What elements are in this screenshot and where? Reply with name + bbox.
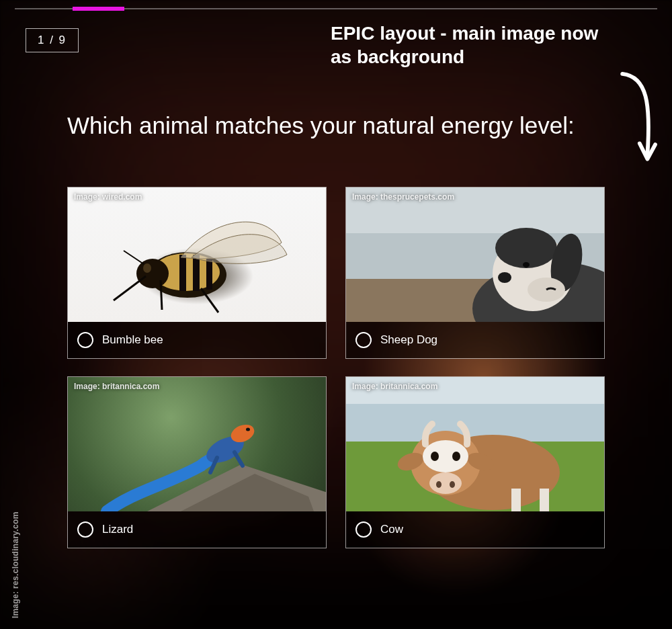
- svg-point-24: [450, 481, 455, 488]
- option-bumble-bee[interactable]: Image: wired.com Bumble bee: [67, 187, 327, 359]
- image-credit: Image: britannica.com: [352, 382, 437, 391]
- option-image: Image: thesprucepets.com: [346, 187, 604, 322]
- image-credit: Image: wired.com: [74, 192, 142, 202]
- progress-bar: [15, 8, 657, 9]
- svg-point-13: [523, 262, 530, 267]
- layout-annotation: EPIC layout - main image now as backgrou…: [331, 22, 620, 69]
- option-label: Cow: [380, 523, 403, 536]
- svg-rect-27: [511, 489, 521, 511]
- option-image: Image: britannica.com: [346, 377, 604, 511]
- svg-point-22: [429, 472, 462, 494]
- svg-rect-2: [179, 255, 186, 291]
- option-label-bar: Cow: [346, 511, 604, 548]
- svg-point-16: [246, 428, 250, 431]
- radio-icon: [77, 521, 93, 538]
- svg-point-26: [452, 452, 460, 461]
- annotation-arrow-icon: [620, 48, 659, 183]
- image-credit: Image: thesprucepets.com: [352, 192, 454, 202]
- background-credit: Image: res.cloudinary.com: [11, 511, 20, 618]
- annotation-text: EPIC layout - main image now as backgrou…: [331, 23, 598, 67]
- svg-point-12: [498, 272, 511, 283]
- option-image: Image: wired.com: [68, 187, 326, 322]
- radio-icon: [77, 332, 93, 348]
- option-label-bar: Sheep Dog: [346, 322, 604, 358]
- radio-icon: [355, 521, 372, 538]
- progress-fill: [73, 7, 124, 11]
- quiz-frame: 1 / 9 EPIC layout - main image now as ba…: [0, 0, 672, 629]
- option-image: Image: britannica.com: [68, 377, 326, 511]
- svg-point-25: [431, 452, 439, 461]
- image-credit: Image: britannica.com: [74, 382, 159, 391]
- option-label: Sheep Dog: [380, 333, 437, 347]
- svg-point-6: [143, 263, 151, 273]
- option-lizard[interactable]: Image: britannica.com Lizard: [67, 376, 327, 548]
- svg-rect-4: [206, 259, 212, 290]
- option-label-bar: Bumble bee: [68, 322, 326, 358]
- svg-point-21: [423, 440, 468, 472]
- radio-icon: [355, 332, 372, 348]
- option-sheep-dog[interactable]: Image: thesprucepets.com Sheep Dog: [345, 187, 605, 359]
- page-counter: 1 / 9: [26, 28, 79, 52]
- option-label-bar: Lizard: [68, 511, 326, 548]
- svg-rect-3: [193, 255, 200, 291]
- options-grid: Image: wired.com Bumble bee: [67, 187, 605, 548]
- option-cow[interactable]: Image: britannica.com Cow: [345, 376, 605, 548]
- svg-point-23: [436, 481, 442, 488]
- question-text: Which animal matches your natural energy…: [67, 111, 605, 140]
- svg-rect-28: [540, 489, 549, 511]
- option-label: Lizard: [102, 523, 133, 536]
- option-label: Bumble bee: [102, 333, 163, 347]
